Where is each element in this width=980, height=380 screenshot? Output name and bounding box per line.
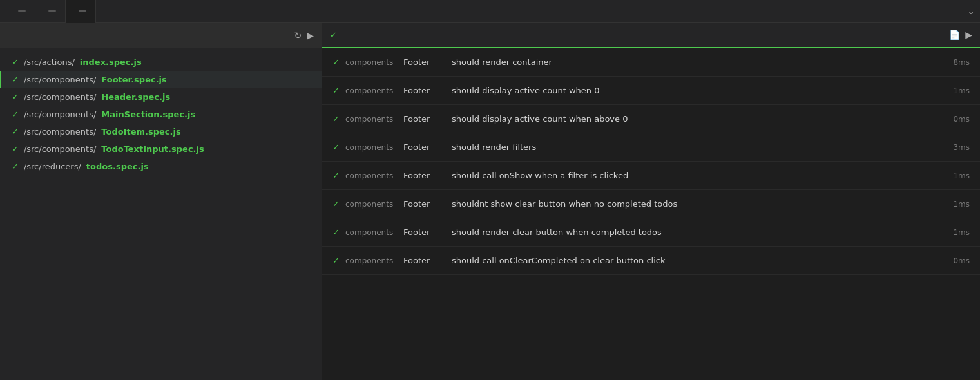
right-panel: ✓ 📄 ▶ ✓ components Footer should render …	[322, 23, 980, 380]
result-time: 1ms	[937, 171, 970, 180]
main-layout: ↻ ▶ ✓ /src/actions/index.spec.js ✓ /src/…	[0, 23, 980, 380]
result-row[interactable]: ✓ components Footer should call onClearC…	[322, 247, 980, 275]
tab-problems-badge	[48, 10, 56, 12]
path-bold: MainSection.spec.js	[101, 109, 195, 119]
result-time: 1ms	[937, 86, 970, 95]
path-base: /src/components/	[24, 75, 96, 84]
result-time: 1ms	[937, 228, 970, 237]
left-panel: ↻ ▶ ✓ /src/actions/index.spec.js ✓ /src/…	[0, 23, 322, 380]
result-suite: components	[345, 86, 403, 95]
left-header: ↻ ▶	[0, 23, 322, 48]
path-bold: Footer.spec.js	[101, 75, 166, 84]
tab-tests-badge	[79, 10, 86, 12]
result-name: should display active count when 0	[452, 86, 937, 95]
result-time: 3ms	[937, 143, 970, 152]
result-suite: components	[345, 143, 403, 152]
result-time: 0ms	[937, 115, 970, 124]
result-context: Footer	[403, 57, 452, 67]
result-check-icon: ✓	[332, 57, 345, 67]
result-time: 1ms	[937, 200, 970, 209]
tab-bar-right: ⌄	[967, 6, 975, 16]
right-header-left: ✓	[330, 30, 356, 40]
test-suite-item[interactable]: ✓ /src/components/TodoTextInput.spec.js	[0, 140, 322, 158]
result-name: should display active count when above 0	[452, 114, 937, 124]
test-suite-item[interactable]: ✓ /src/components/TodoItem.spec.js	[0, 123, 322, 140]
result-name: should render container	[452, 57, 937, 67]
run-icon[interactable]: ▶	[307, 30, 314, 41]
result-suite: components	[345, 228, 403, 237]
run-right-icon[interactable]: ▶	[965, 30, 972, 40]
right-header: ✓ 📄 ▶	[322, 23, 980, 48]
result-row[interactable]: ✓ components Footer should render filter…	[322, 133, 980, 162]
path-base: /src/components/	[24, 127, 96, 137]
right-check-icon: ✓	[330, 30, 337, 40]
tab-console[interactable]	[5, 0, 35, 23]
check-icon: ✓	[12, 57, 19, 67]
result-context: Footer	[403, 256, 452, 265]
right-header-right: 📄 ▶	[944, 30, 972, 40]
test-suite-item[interactable]: ✓ /src/components/Footer.spec.js	[0, 71, 322, 88]
path-bold: TodoItem.spec.js	[101, 127, 180, 137]
result-suite: components	[345, 115, 403, 124]
result-context: Footer	[403, 142, 452, 152]
result-name: should render clear button when complete…	[452, 227, 937, 237]
result-check-icon: ✓	[332, 114, 345, 124]
result-name: should render filters	[452, 142, 937, 152]
chevron-down-icon[interactable]: ⌄	[967, 6, 975, 16]
test-results: ✓ components Footer should render contai…	[322, 48, 980, 380]
tab-problems[interactable]	[35, 0, 66, 23]
result-row[interactable]: ✓ components Footer should call onShow w…	[322, 162, 980, 190]
test-suite-item[interactable]: ✓ /src/reducers/todos.spec.js	[0, 158, 322, 175]
result-context: Footer	[403, 199, 452, 209]
result-suite: components	[345, 256, 403, 265]
result-name: should call onClearCompleted on clear bu…	[452, 256, 937, 265]
test-suite-item[interactable]: ✓ /src/components/Header.spec.js	[0, 88, 322, 106]
result-suite: components	[345, 171, 403, 180]
result-suite: components	[345, 200, 403, 209]
path-base: /src/components/	[24, 109, 96, 119]
result-context: Footer	[403, 114, 452, 124]
result-row[interactable]: ✓ components Footer should render contai…	[322, 48, 980, 77]
tab-console-badge	[18, 10, 26, 12]
file-icon[interactable]: 📄	[949, 30, 960, 40]
refresh-icon[interactable]: ↻	[294, 30, 302, 41]
path-bold: todos.spec.js	[86, 162, 149, 171]
path-bold: index.spec.js	[80, 57, 142, 67]
check-icon: ✓	[12, 92, 19, 102]
test-list: ✓ /src/actions/index.spec.js ✓ /src/comp…	[0, 48, 322, 380]
result-check-icon: ✓	[332, 199, 345, 209]
result-name: shouldnt show clear button when no compl…	[452, 199, 937, 209]
result-row[interactable]: ✓ components Footer should render clear …	[322, 218, 980, 247]
check-icon: ✓	[12, 75, 19, 84]
check-icon: ✓	[12, 109, 19, 119]
result-time: 8ms	[937, 58, 970, 67]
path-base: /src/reducers/	[24, 162, 81, 171]
result-context: Footer	[403, 227, 452, 237]
result-check-icon: ✓	[332, 171, 345, 180]
result-row[interactable]: ✓ components Footer shouldnt show clear …	[322, 190, 980, 218]
tab-tests[interactable]	[66, 0, 96, 23]
test-suite-item[interactable]: ✓ /src/components/MainSection.spec.js	[0, 106, 322, 123]
result-row[interactable]: ✓ components Footer should display activ…	[322, 105, 980, 133]
tab-bar: ⌄	[0, 0, 980, 23]
result-check-icon: ✓	[332, 256, 345, 265]
path-base: /src/components/	[24, 144, 96, 154]
path-base: /src/components/	[24, 92, 96, 102]
path-base: /src/actions/	[24, 57, 75, 67]
check-icon: ✓	[12, 127, 19, 137]
path-bold: TodoTextInput.spec.js	[101, 144, 204, 154]
result-row[interactable]: ✓ components Footer should display activ…	[322, 77, 980, 105]
result-name: should call onShow when a filter is clic…	[452, 171, 937, 180]
path-bold: Header.spec.js	[101, 92, 170, 102]
result-check-icon: ✓	[332, 227, 345, 237]
result-check-icon: ✓	[332, 86, 345, 95]
result-suite: components	[345, 58, 403, 67]
left-header-right: ↻ ▶	[289, 30, 314, 41]
result-check-icon: ✓	[332, 142, 345, 152]
check-icon: ✓	[12, 162, 19, 171]
result-context: Footer	[403, 171, 452, 180]
result-context: Footer	[403, 86, 452, 95]
check-icon: ✓	[12, 144, 19, 154]
test-suite-item[interactable]: ✓ /src/actions/index.spec.js	[0, 53, 322, 71]
result-time: 0ms	[937, 256, 970, 265]
